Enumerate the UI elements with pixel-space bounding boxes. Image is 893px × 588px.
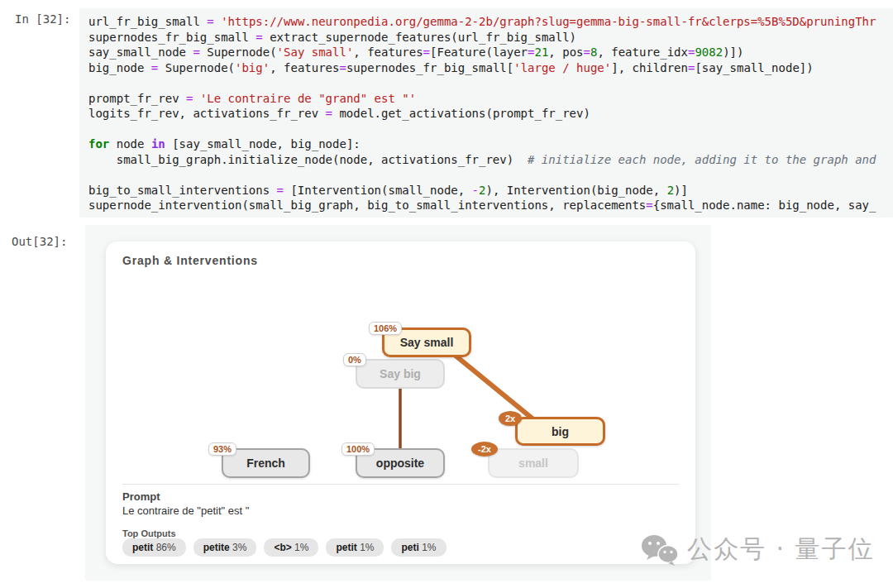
code-line: url_fr_big_small = 'https://www.neuronpe… [88,14,893,30]
node-badge-big: 2x [499,411,522,426]
output-prompt-label: Out[32]: [12,235,67,248]
code-editor[interactable]: url_fr_big_small = 'https://www.neuronpe… [79,8,893,218]
code-line: say_small_node = Supernode('Say small', … [88,45,893,60]
node-label: opposite [376,457,424,470]
top-outputs-label: Top Outputs [122,528,176,538]
node-label: French [246,457,285,470]
node-badge-say-small: 106% [369,322,402,335]
output-token: <b> [274,542,291,553]
output-token: peti [401,542,418,553]
edge-say-small-to-big [451,352,542,427]
top-output-pill[interactable]: <b> 1% [264,538,318,557]
watermark: 公众号 · 量子位 [641,533,875,566]
node-label: big [552,425,569,438]
code-lines: url_fr_big_small = 'https://www.neuronpe… [88,14,893,213]
node-badge-small: -2x [471,442,498,457]
notebook-page: In [32]: url_fr_big_small = 'https://www… [0,0,893,588]
output-probability: 1% [419,542,437,553]
code-line [88,75,893,91]
code-line: big_to_small_interventions = [Interventi… [88,183,893,198]
code-line: supernode_intervention(small_big_graph, … [88,198,893,213]
output-probability: 86% [153,542,175,553]
code-line: small_big_graph.initialize_node(node, ac… [88,152,893,168]
node-badge-opposite: 100% [341,442,375,456]
output-probability: 3% [230,542,247,553]
prompt-section-label: Prompt [122,490,160,503]
prompt-text: Le contraire de "petit" est " [122,504,249,517]
divider [122,484,679,485]
output-token: petit [336,542,356,553]
node-badge-say-big: 0% [343,353,366,366]
output-token: petite [203,542,230,553]
watermark-text: 公众号 · 量子位 [687,533,875,566]
graph-interventions-card: Graph & Interventions Say small106%Say b… [106,241,695,564]
node-label: Say big [380,367,421,380]
graph-node-small[interactable]: small [488,448,579,478]
output-probability: 1% [357,542,375,553]
top-output-pill[interactable]: petit 86% [122,538,186,557]
input-prompt-label: In [32]: [15,12,70,26]
code-line: logits_fr_rev, activations_fr_rev = mode… [88,106,893,122]
code-line: for node in [say_small_node, big_node]: [88,136,893,152]
top-output-pill[interactable]: petit 1% [326,538,384,557]
output-probability: 1% [292,542,309,553]
graph-node-say-big[interactable]: Say big [356,359,445,389]
node-label: small [518,457,548,470]
code-line [88,122,893,137]
top-outputs-list: petit 86%petite 3%<b> 1%petit 1%peti 1% [122,538,446,557]
output-token: petit [132,542,153,553]
node-badge-french: 93% [208,442,236,456]
code-line: prompt_fr_rev = 'Le contraire de "grand"… [88,91,893,107]
code-line: supernodes_fr_big_small = extract_supern… [88,30,893,45]
code-line: big_node = Supernode('big', features=sup… [88,60,893,76]
graph-node-big[interactable]: big [515,417,605,446]
node-label: Say small [400,336,454,349]
code-line [88,167,893,183]
top-output-pill[interactable]: petite 3% [193,538,257,557]
wechat-icon [641,534,679,566]
top-output-pill[interactable]: peti 1% [391,538,446,557]
